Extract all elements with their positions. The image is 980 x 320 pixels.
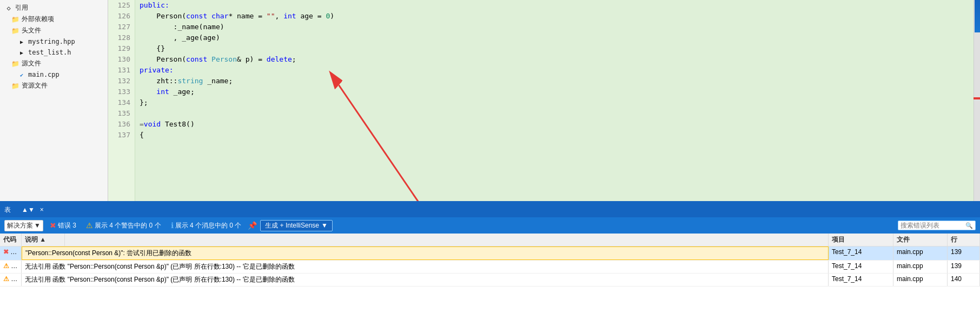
sidebar-item-resources[interactable]: 📁 资源文件	[0, 80, 108, 91]
sidebar-label-headers: 头文件	[22, 26, 41, 35]
code-content[interactable]: public: Person(const char* name = "", in…	[135, 0, 974, 201]
row-message: "Person::Person(const Person &)": 尝试引用已删…	[22, 246, 829, 260]
table-row[interactable]: ⚠ E1776 无法引用 函数 "Person::Person(const Pe…	[0, 274, 980, 286]
code-line-134: };	[140, 97, 969, 108]
code-line-136: =void Test8()	[140, 119, 969, 130]
intellisense-label: 生成 + IntelliSense	[265, 221, 319, 230]
warning-badge[interactable]: ⚠ 展示 4 个警告中的 0 个	[83, 221, 164, 231]
solution-dropdown[interactable]: 解决方案 ▼	[4, 220, 43, 231]
sidebar: ◇ 引用 📁 外部依赖项 📁 头文件 ▶ mystring.hpp ▶ test…	[0, 0, 108, 201]
row-file: main.cpp	[893, 274, 948, 286]
error-count-label: 错误 3	[58, 221, 76, 230]
code-line-132: zht::string _name;	[140, 76, 969, 86]
header-code: 代码	[0, 234, 22, 246]
folder-icon-source: 📁	[11, 59, 19, 68]
sidebar-label-maincpp: main.cpp	[28, 71, 59, 78]
info-count-label: 展示 4 个消息中的 0 个	[175, 221, 242, 230]
header-description: 说明 ▲	[22, 234, 65, 246]
search-input[interactable]	[900, 222, 965, 229]
scrollbar-vertical[interactable]	[974, 0, 980, 201]
bottom-panel: 表 ▲▼ × 解决方案 ▼ ✖ 错误 3 ⚠ 展示 4 个警告中的 0 个 ℹ …	[0, 201, 980, 320]
scrollbar-thumb[interactable]	[975, 0, 980, 32]
table-header: 代码 说明 ▲ 项目 文件 行	[0, 234, 980, 246]
code-line-131: private:	[140, 65, 969, 76]
code-line-126: Person(const char* name = "", int age = …	[140, 11, 969, 22]
intellisense-button[interactable]: 生成 + IntelliSense ▼	[260, 220, 333, 231]
file-icon-testlist: ▶	[17, 48, 26, 57]
intellisense-dropdown-arrow: ▼	[321, 222, 328, 229]
warn-type-icon: ⚠	[3, 262, 9, 270]
code-line-133: int _age;	[140, 86, 969, 97]
row-code: ⚠ E1776	[0, 261, 22, 273]
sidebar-label-mystring: mystring.hpp	[28, 38, 75, 45]
sidebar-item-external-deps[interactable]: 📁 外部依赖项	[0, 14, 108, 25]
main-area: ◇ 引用 📁 外部依赖项 📁 头文件 ▶ mystring.hpp ▶ test…	[0, 0, 980, 201]
folder-icon-headers: 📁	[11, 26, 19, 35]
row-project: Test_7_14	[829, 274, 893, 286]
sort-icon: ▲	[39, 236, 46, 243]
row-file: main.cpp	[893, 261, 948, 273]
header-line: 行	[948, 234, 980, 246]
file-icon-maincpp: ✔	[17, 70, 26, 79]
sidebar-label-resources: 资源文件	[22, 81, 48, 90]
bottom-panel-title: 表	[4, 205, 11, 215]
sidebar-item-mystring[interactable]: ▶ mystring.hpp	[0, 36, 108, 47]
row-message: 无法引用 函数 "Person::Person(const Person &p)…	[22, 274, 829, 286]
error-marker	[974, 97, 980, 99]
line-numbers: 125 126 127 128 129 130 131 132 133 134 …	[108, 0, 135, 201]
bottom-toolbar: 表 ▲▼ ×	[0, 202, 980, 217]
row-line: 139	[948, 261, 980, 273]
row-project: Test_7_14	[829, 261, 893, 273]
folder-icon-resources: 📁	[11, 82, 19, 90]
file-icon-mystring: ▶	[17, 37, 26, 46]
code-line-125: public:	[140, 0, 969, 11]
row-project: Test_7_14	[829, 246, 893, 260]
error-type-icon: ✖	[3, 248, 9, 256]
info-badge[interactable]: ℹ 展示 4 个消息中的 0 个	[168, 221, 245, 231]
sidebar-label-testlist: test_list.h	[28, 49, 71, 56]
sidebar-label-references: 引用	[15, 3, 28, 12]
sidebar-item-maincpp[interactable]: ✔ main.cpp	[0, 69, 108, 80]
code-line-137: {	[140, 130, 969, 141]
sidebar-label-source: 源文件	[22, 59, 41, 68]
error-code-value: C2280	[10, 248, 22, 256]
row-line: 140	[948, 274, 980, 286]
code-line-128: , _age(age)	[140, 32, 969, 43]
row-code: ✖ C2280	[0, 246, 22, 260]
dropdown-arrow: ▼	[34, 222, 41, 229]
table-row[interactable]: ✖ C2280 "Person::Person(const Person &)"…	[0, 246, 980, 261]
reference-icon: ◇	[4, 4, 13, 12]
warn-type-icon2: ⚠	[3, 275, 9, 283]
error-code-value: E1776	[11, 275, 22, 283]
code-line-129: {}	[140, 43, 969, 54]
row-message: 无法引用 函数 "Person::Person(const Person &p)…	[22, 261, 829, 273]
warning-count-label: 展示 4 个警告中的 0 个	[95, 221, 161, 230]
filter-bar: 解决方案 ▼ ✖ 错误 3 ⚠ 展示 4 个警告中的 0 个 ℹ 展示 4 个消…	[0, 217, 980, 234]
code-line-135	[140, 108, 969, 119]
search-box[interactable]: 🔍	[898, 221, 976, 230]
row-file: main.cpp	[893, 246, 948, 260]
error-badge[interactable]: ✖ 错误 3	[47, 221, 80, 231]
sidebar-item-references[interactable]: ◇ 引用	[0, 2, 108, 14]
table-row[interactable]: ⚠ E1776 无法引用 函数 "Person::Person(const Pe…	[0, 261, 980, 274]
row-code: ⚠ E1776	[0, 274, 22, 286]
row-line: 139	[948, 246, 980, 260]
error-code-value: E1776	[11, 262, 22, 270]
sidebar-item-source[interactable]: 📁 源文件	[0, 58, 108, 69]
header-project: 项目	[829, 234, 893, 246]
solution-label: 解决方案	[7, 221, 33, 230]
header-file: 文件	[893, 234, 948, 246]
sidebar-item-headers[interactable]: 📁 头文件	[0, 25, 108, 36]
code-editor-area: 125 126 127 128 129 130 131 132 133 134 …	[108, 0, 980, 201]
search-icon[interactable]: 🔍	[965, 222, 973, 229]
panel-close-btn[interactable]: ×	[38, 206, 46, 214]
pin-icon[interactable]: 📌	[248, 221, 257, 230]
folder-icon-ext: 📁	[11, 15, 19, 24]
code-line-130: Person(const Person& p) = delete;	[140, 54, 969, 65]
sidebar-item-testlist[interactable]: ▶ test_list.h	[0, 47, 108, 58]
error-table: 代码 说明 ▲ 项目 文件 行 ✖ C2280 "Person::Person(…	[0, 234, 980, 320]
panel-move-btn[interactable]: ▲▼	[19, 206, 37, 214]
sidebar-label-external-deps: 外部依赖项	[22, 15, 54, 24]
info-icon: ℹ	[171, 221, 174, 230]
warning-icon: ⚠	[86, 221, 93, 230]
